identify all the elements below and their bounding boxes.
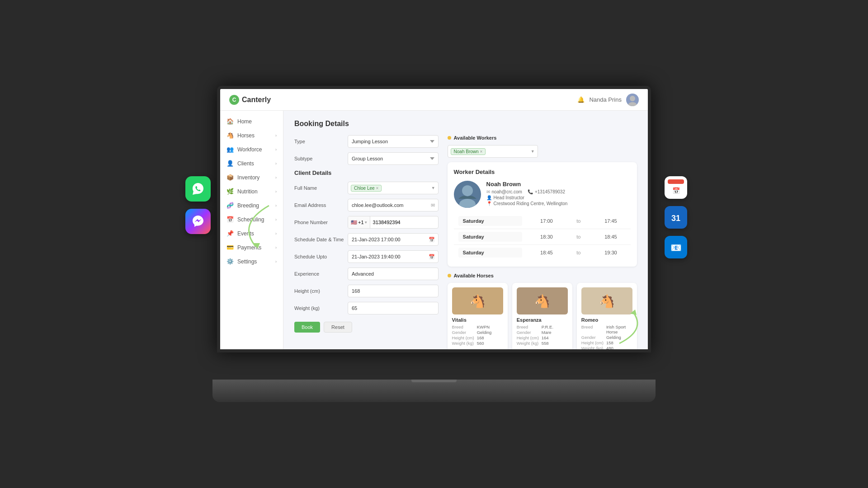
name-dropdown-icon[interactable]: ▼ <box>431 186 435 190</box>
type-select[interactable]: Jumping Lesson <box>348 135 439 148</box>
weight-input[interactable] <box>348 302 439 314</box>
horse-height: 164 <box>542 335 568 340</box>
schedule-date-input[interactable] <box>348 233 439 246</box>
name-tag-close[interactable]: × <box>376 186 379 191</box>
available-horses-label: Available Horses <box>454 273 494 278</box>
right-arrow <box>610 307 669 352</box>
calendar-app-icon[interactable]: 📅 <box>665 176 687 199</box>
breed-label: Breed <box>581 324 604 334</box>
sidebar-label-workforce: Workforce <box>237 146 262 153</box>
calendar-upto-icon[interactable]: 📅 <box>429 254 435 260</box>
height-input[interactable] <box>348 285 439 297</box>
sidebar-label-inventory: Inventory <box>237 174 259 181</box>
gcal-icon[interactable]: 31 <box>665 206 687 229</box>
content-area: Booking Details Type Jumping Lesson <box>283 111 648 349</box>
schedule-upto-row: Schedule Upto 📅 <box>294 250 439 263</box>
horse-breed: P.R.E. <box>542 324 568 329</box>
horses-dot <box>448 274 451 277</box>
height-label: Height (cm) <box>581 340 604 345</box>
sidebar-item-workforce[interactable]: 👥 Workforce › <box>220 142 283 156</box>
home-icon: 🏠 <box>226 118 234 125</box>
horse-details: Breed P.R.E. Gender Mare Height (cm) 164… <box>517 324 568 346</box>
notification-bell-icon[interactable]: 🔔 <box>577 96 585 103</box>
schedule-day: Saturday <box>458 248 522 258</box>
schedule-to-label: to <box>566 213 591 229</box>
schedule-to-label: to <box>566 245 591 261</box>
schedule-row: Saturday 18:45 to 19:30 <box>454 245 631 261</box>
sidebar-label-horses: Horses <box>237 132 255 139</box>
client-section-title: Client Details <box>294 169 439 176</box>
email-input[interactable] <box>348 199 439 211</box>
phone-code: +1 <box>358 220 364 225</box>
schedule-upto-input[interactable] <box>348 250 439 263</box>
outlook-icon[interactable]: 📧 <box>665 236 687 258</box>
schedule-from: 18:45 <box>527 245 566 261</box>
whatsapp-icon[interactable] <box>185 176 211 202</box>
brand-name: Canterly <box>242 96 271 104</box>
schedule-date-row: Schedule Date & Time 📅 <box>294 233 439 246</box>
worker-info-row: Noah Brown ✉ noah@crc.com 📞 +13145789032 <box>454 181 631 208</box>
schedule-row: Saturday 18:30 to 18:45 <box>454 229 631 245</box>
worker-tag-input: Noah Brown × ▼ <box>448 145 637 158</box>
subtype-row: Subtype Group Lesson <box>294 152 439 165</box>
full-name-row: Full Name Chloe Lee × ▼ <box>294 182 439 194</box>
book-button[interactable]: Book <box>294 322 320 333</box>
type-row: Type Jumping Lesson <box>294 135 439 148</box>
messenger-icon[interactable] <box>185 209 211 234</box>
nutrition-icon: 🌿 <box>226 188 234 195</box>
location-icon: 📍 <box>486 201 492 206</box>
worker-name: Noah Brown <box>486 181 631 188</box>
weight-label: Weight (kg) <box>452 341 474 346</box>
laptop-notch <box>411 380 457 382</box>
horse-card: 🐴 Vitalis Breed KWPN Gender Gelding Heig… <box>448 283 508 349</box>
worker-role-row: 👤 Head Instructor <box>486 195 631 200</box>
right-app-icons: 📅 31 📧 <box>665 176 687 258</box>
reset-button[interactable]: Reset <box>324 322 352 333</box>
horse-image: 🐴 <box>517 287 568 314</box>
calendar-icon[interactable]: 📅 <box>429 237 435 243</box>
schedule-date-wrapper: 📅 <box>348 233 439 246</box>
sidebar-label-settings: Settings <box>237 258 257 265</box>
chevron-icon: › <box>275 147 277 152</box>
email-input-wrapper: ✉ <box>348 199 439 211</box>
weight-row: Weight (kg) <box>294 302 439 314</box>
phone-flag[interactable]: 🇺🇸 +1 ▾ <box>348 216 370 228</box>
phone-number-input[interactable] <box>370 220 438 225</box>
sidebar-item-home[interactable]: 🏠 Home <box>220 114 283 128</box>
worker-tag-value: Noah Brown <box>454 149 479 154</box>
name-tag-value: Chloe Lee <box>354 186 375 191</box>
horse-breed: KWPN <box>477 324 503 329</box>
user-name: Nanda Prins <box>589 96 622 103</box>
experience-row: Experience <box>294 267 439 280</box>
horses-grid: 🐴 Vitalis Breed KWPN Gender Gelding Heig… <box>448 283 637 349</box>
sidebar-item-inventory[interactable]: 📦 Inventory › <box>220 170 283 184</box>
svg-point-10 <box>628 102 637 106</box>
laptop-base <box>212 380 656 402</box>
height-label: Height (cm) <box>517 335 539 340</box>
svg-point-9 <box>630 96 635 101</box>
sidebar-item-horses[interactable]: 🐴 Horses › <box>220 128 283 142</box>
chevron-icon: › <box>275 189 277 194</box>
svg-text:31: 31 <box>671 214 680 223</box>
weight-label: Weight (kg) <box>517 341 539 346</box>
schedule-day: Saturday <box>458 216 522 226</box>
schedule-table: Saturday 17:00 to 17:45 Saturday 18:30 t… <box>454 213 631 260</box>
full-name-label: Full Name <box>294 185 344 191</box>
sidebar-item-clients[interactable]: 👤 Clients › <box>220 156 283 170</box>
subtype-select[interactable]: Group Lesson <box>348 152 439 165</box>
schedule-day: Saturday <box>458 232 522 242</box>
sidebar-item-settings[interactable]: ⚙️ Settings › <box>220 254 283 268</box>
weight-label: Weight (kg) <box>294 305 344 311</box>
phone-label: Phone Number <box>294 220 344 225</box>
horse-height: 168 <box>477 335 503 340</box>
worker-tag-close[interactable]: × <box>480 149 483 154</box>
worker-dropdown-icon[interactable]: ▼ <box>531 149 535 154</box>
inventory-icon: 📦 <box>226 174 234 181</box>
laptop-screen: C Canterly 🔔 Nanda Prins <box>217 86 651 352</box>
experience-input[interactable] <box>348 267 439 280</box>
left-app-icons <box>185 176 211 234</box>
gender-label: Gender <box>517 330 539 335</box>
schedule-to-time: 17:45 <box>591 213 631 229</box>
workforce-icon: 👥 <box>226 146 234 153</box>
weight-label: Weight (kg) <box>581 346 604 349</box>
